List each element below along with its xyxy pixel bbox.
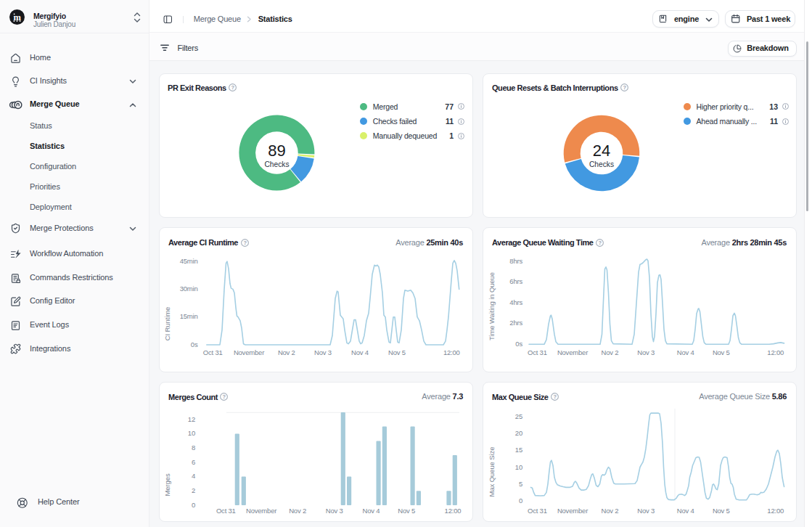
svg-text:?: ? bbox=[231, 84, 235, 91]
svg-text:?: ? bbox=[223, 393, 226, 400]
svg-text:?: ? bbox=[623, 84, 627, 91]
svg-text:?: ? bbox=[243, 240, 247, 246]
svg-text:?: ? bbox=[553, 393, 557, 400]
svg-text:?: ? bbox=[598, 240, 602, 246]
